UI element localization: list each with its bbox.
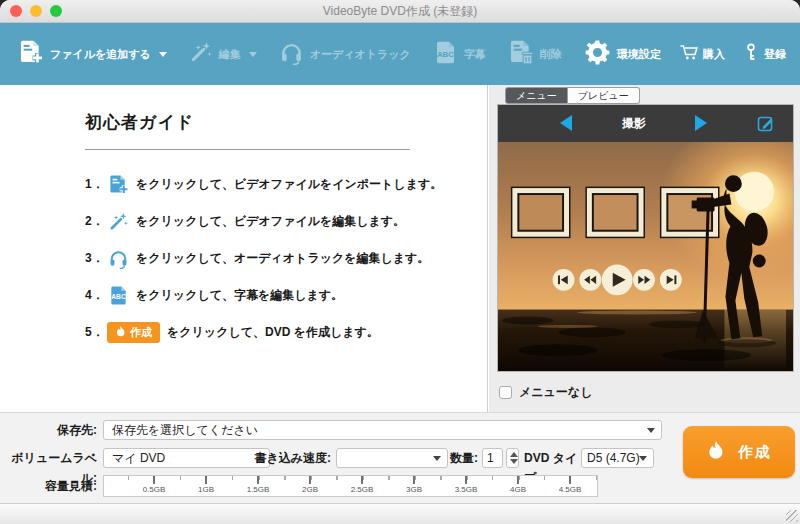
flame-icon [115, 324, 126, 342]
ruler-label: 4GB [493, 485, 543, 494]
app-window: VideoByte DVD作成 (未登録) ファイルを追加する 編集 オーディオ… [0, 0, 800, 524]
register-button[interactable]: 登録 [743, 43, 786, 65]
step-text: をクリックして、字幕を編集します。 [136, 287, 343, 304]
menu-frame-slots [511, 187, 720, 239]
guide-panel: 初心者ガイド 1． をクリックして、ビデオファイルをインポートします。 2． を… [0, 85, 488, 412]
toolbar-subtitle-button[interactable]: ABC 字幕 [433, 40, 486, 69]
guide-step-4: 4． ABC をクリックして、字幕を編集します。 [85, 277, 487, 314]
dvd-type-value: D5 (4.7G) [587, 451, 640, 465]
burn-create-chip: 作成 [107, 322, 160, 343]
svg-text:ABC: ABC [437, 50, 454, 59]
write-speed-label: 書き込み速度: [243, 448, 331, 468]
chevron-down-icon [647, 428, 655, 433]
resize-grip[interactable] [786, 510, 798, 522]
toolbar-audiotrack-label: オーディオトラック [310, 47, 411, 62]
step-number: 1． [85, 176, 107, 193]
ruler-label: 3.5GB [441, 485, 491, 494]
previous-menu-arrow-icon[interactable] [560, 115, 572, 131]
skip-end-icon [660, 269, 682, 291]
ruler-label: 1GB [181, 485, 231, 494]
magic-wand-icon [189, 40, 213, 68]
toolbar-preferences-button[interactable]: 環境設定 [584, 39, 661, 70]
main-content: 初心者ガイド 1． をクリックして、ビデオファイルをインポートします。 2． を… [0, 85, 800, 412]
toolbar-edit-button[interactable]: 編集 [189, 40, 257, 68]
toolbar-add-files-label: ファイルを追加する [50, 47, 151, 62]
capacity-ruler: 0.5GB 1GB 1.5GB 2GB 2.5GB 3GB 3.5GB 4GB … [103, 475, 598, 497]
destination-value: 保存先を選択してください [112, 423, 258, 437]
fast-forward-icon [633, 269, 655, 291]
create-button[interactable]: 作成 [683, 426, 795, 478]
capacity-label: 容量見積: [0, 476, 97, 496]
headphones-icon [107, 248, 129, 269]
quantity-value[interactable]: 1 [482, 448, 503, 468]
headphones-icon [279, 40, 304, 69]
chevron-down-icon [249, 52, 257, 57]
flame-icon [706, 440, 725, 465]
gear-icon [584, 39, 611, 70]
add-file-icon [18, 39, 44, 69]
guide-step-2: 2． をクリックして、ビデオファイルを編集します。 [85, 203, 487, 240]
statusbar [0, 503, 800, 524]
step-number: 5． [85, 324, 107, 341]
guide-step-1: 1． をクリックして、ビデオファイルをインポートします。 [85, 166, 487, 203]
ruler-label: 2GB [285, 485, 335, 494]
register-label: 登録 [764, 47, 786, 62]
chevron-down-icon [639, 456, 647, 461]
write-speed-select[interactable] [336, 448, 448, 468]
destination-select[interactable]: 保存先を選択してください [103, 420, 662, 440]
play-icon [602, 264, 633, 295]
toolbar-add-files-button[interactable]: ファイルを追加する [18, 39, 167, 69]
purchase-label: 購入 [703, 47, 725, 62]
menu-header: 撮影 [498, 105, 793, 142]
chevron-down-icon [433, 456, 441, 461]
create-button-label: 作成 [738, 443, 772, 462]
toolbar-preferences-label: 環境設定 [617, 47, 661, 62]
guide-title: 初心者ガイド [85, 111, 487, 134]
toolbar: ファイルを追加する 編集 オーディオトラック ABC 字幕 [0, 23, 800, 85]
tab-preview[interactable]: プレビュー [568, 87, 640, 104]
step-number: 2． [85, 213, 107, 230]
step-text: をクリックして、オーディオトラックを編集します。 [136, 250, 429, 267]
quantity-stepper[interactable] [506, 448, 519, 468]
ruler-major-ticks [104, 476, 597, 484]
edit-menu-icon[interactable] [757, 114, 775, 136]
purchase-button[interactable]: 購入 [679, 43, 725, 65]
cart-icon [679, 43, 698, 65]
magic-wand-icon [107, 211, 129, 232]
volume-label: ボリュームラベル: [0, 448, 97, 468]
menu-template-title: 撮影 [594, 105, 674, 142]
step-text: をクリックして、ビデオファイルを編集します。 [136, 213, 405, 230]
add-file-icon [107, 174, 129, 195]
guide-step-3: 3． をクリックして、オーディオトラックを編集します。 [85, 240, 487, 277]
subtitle-abc-icon: ABC [433, 40, 458, 69]
chevron-down-icon [159, 52, 167, 57]
no-menu-row: メニューなし [499, 384, 592, 401]
ruler-label: 1.5GB [233, 485, 283, 494]
skip-start-icon [553, 269, 575, 291]
menu-preview-box: 撮影 [497, 104, 794, 372]
ruler-label: 2.5GB [337, 485, 387, 494]
toolbar-delete-button[interactable]: 削除 [508, 39, 562, 69]
ruler-label: 4.5GB [545, 485, 595, 494]
chip-label: 作成 [130, 325, 152, 340]
guide-step-5: 5． 作成 をクリックして、DVD を作成します。 [85, 314, 487, 351]
quantity-label: 数量: [448, 448, 478, 468]
subtitle-abc-icon: ABC [107, 285, 129, 306]
no-menu-checkbox[interactable] [499, 386, 512, 399]
step-text: をクリックして、ビデオファイルをインポートします。 [136, 176, 442, 193]
toolbar-subtitle-label: 字幕 [464, 47, 486, 62]
toolbar-audiotrack-button[interactable]: オーディオトラック [279, 40, 411, 69]
preview-tabs: メニュー プレビュー [505, 87, 640, 104]
svg-text:ABC: ABC [111, 293, 126, 300]
step-number: 3． [85, 250, 107, 267]
delete-file-icon [508, 39, 534, 69]
titlebar: VideoByte DVD作成 (未登録) [0, 0, 800, 23]
burn-settings-panel: 保存先: 保存先を選択してください ボリュームラベル: 書き込み速度: 数量: … [0, 412, 800, 503]
preview-panel: メニュー プレビュー 撮影 [489, 85, 800, 412]
ruler-label: 0.5GB [129, 485, 179, 494]
rewind-icon [579, 269, 601, 291]
tab-menu[interactable]: メニュー [505, 87, 568, 104]
next-menu-arrow-icon[interactable] [695, 115, 707, 131]
step-number: 4． [85, 287, 107, 304]
dvd-type-select[interactable]: D5 (4.7G) [581, 448, 654, 468]
